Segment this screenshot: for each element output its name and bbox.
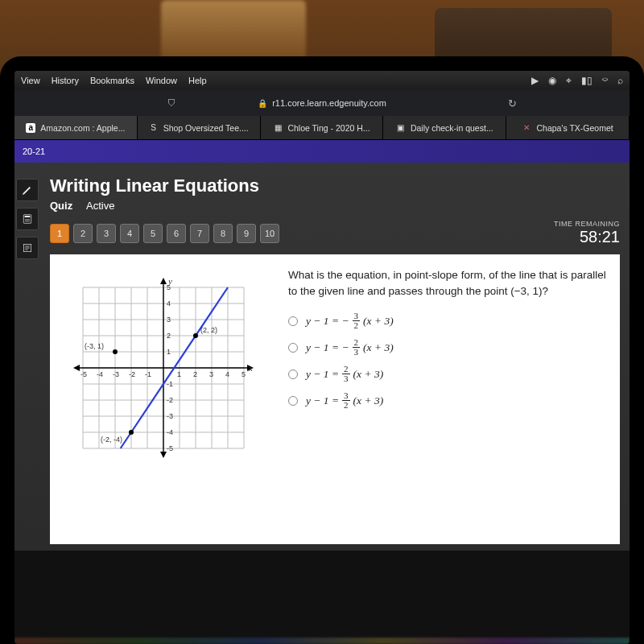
spotlight-search-icon[interactable]: ⌕ — [617, 75, 623, 86]
svg-text:-5: -5 — [80, 370, 87, 378]
svg-point-6 — [27, 221, 27, 221]
question-nav-2[interactable]: 2 — [73, 224, 93, 243]
radio-icon — [288, 396, 298, 406]
svg-text:(-2, -4): (-2, -4) — [101, 436, 122, 444]
svg-text:5: 5 — [242, 370, 246, 378]
option-math: y − 1 = −23(x + 3) — [306, 338, 394, 357]
svg-rect-1 — [25, 216, 31, 217]
question-nav-10[interactable]: 10 — [260, 224, 279, 243]
shop-favicon-icon: S — [149, 123, 159, 133]
amazon-favicon-icon: a — [26, 123, 35, 133]
svg-text:-4: -4 — [167, 428, 173, 436]
reference-tool-icon[interactable] — [16, 237, 39, 259]
svg-text:2: 2 — [167, 332, 171, 340]
svg-text:4: 4 — [167, 299, 171, 308]
lesson-status: Active — [86, 200, 114, 212]
question-nav-1[interactable]: 1 — [50, 224, 69, 243]
tab-daily[interactable]: ▣ Daily check-in quest... — [383, 116, 506, 139]
answer-option-3[interactable]: y − 1 = 23(x + 3) — [288, 365, 607, 383]
play-icon[interactable]: ▶ — [531, 75, 539, 86]
mac-menubar: View History Bookmarks Window Help ▶ ◉ ⌖… — [14, 71, 630, 90]
url-text: r11.core.learn.edgenuity.com — [272, 98, 386, 108]
svg-text:(-3, 1): (-3, 1) — [85, 342, 104, 350]
answer-option-2[interactable]: y − 1 = −23(x + 3) — [288, 338, 607, 357]
svg-text:-3: -3 — [167, 412, 173, 420]
svg-point-2 — [25, 219, 26, 220]
svg-text:1: 1 — [177, 370, 181, 378]
screen: View History Bookmarks Window Help ▶ ◉ ⌖… — [14, 71, 630, 644]
svg-text:2: 2 — [193, 370, 197, 378]
question-nav-5[interactable]: 5 — [143, 224, 163, 243]
record-icon[interactable]: ◉ — [548, 75, 556, 86]
svg-point-67 — [129, 430, 134, 435]
menu-history[interactable]: History — [52, 76, 79, 85]
tab-chloe[interactable]: ▦ Chloe Ting - 2020 H... — [261, 116, 384, 139]
lock-icon: 🔒 — [258, 99, 267, 108]
svg-point-65 — [193, 333, 198, 338]
tab-amazon[interactable]: a Amazon.com : Apple... — [14, 116, 138, 139]
svg-marker-37 — [73, 365, 80, 371]
menu-bookmarks[interactable]: Bookmarks — [90, 76, 134, 85]
option-math: y − 1 = 23(x + 3) — [306, 365, 383, 383]
close-tab-icon: ✕ — [522, 123, 531, 133]
forms-favicon-icon: ▣ — [396, 123, 406, 133]
question-nav-9[interactable]: 9 — [237, 224, 256, 243]
question-nav-row: 12345678910 TIME REMAINING 58:21 — [50, 220, 620, 246]
svg-text:-2: -2 — [167, 396, 173, 404]
svg-text:-4: -4 — [97, 370, 103, 378]
lesson-title: Writing Linear Equations — [50, 175, 620, 196]
calculator-tool-icon[interactable] — [16, 208, 39, 230]
answer-option-1[interactable]: y − 1 = −32(x + 3) — [288, 312, 607, 330]
reload-icon[interactable]: ↻ — [508, 97, 517, 109]
tab-label: Shop Oversized Tee.... — [163, 123, 249, 133]
svg-text:4: 4 — [225, 370, 229, 378]
svg-text:y: y — [167, 276, 172, 286]
svg-marker-39 — [160, 452, 167, 458]
svg-text:3: 3 — [167, 316, 171, 324]
course-bar: 20-21 — [14, 140, 630, 163]
svg-point-4 — [28, 219, 29, 220]
question-nav-7[interactable]: 7 — [190, 224, 209, 243]
timer-value: 58:21 — [554, 228, 620, 246]
svg-text:-1: -1 — [145, 370, 151, 378]
menu-view[interactable]: View — [21, 76, 40, 85]
svg-text:-1: -1 — [167, 380, 173, 388]
course-name: 20-21 — [23, 147, 45, 156]
side-toolbar — [16, 179, 43, 259]
svg-text:-2: -2 — [129, 370, 135, 378]
battery-icon[interactable]: ▮▯ — [581, 75, 592, 86]
radio-icon — [288, 316, 298, 326]
answer-option-4[interactable]: y − 1 = 32(x + 3) — [288, 391, 607, 410]
tab-label: Daily check-in quest... — [411, 123, 493, 133]
option-math: y − 1 = −32(x + 3) — [306, 312, 394, 330]
svg-text:(2, 2): (2, 2) — [200, 326, 217, 334]
bluetooth-icon[interactable]: ⌖ — [566, 75, 572, 86]
tab-label: Chloe Ting - 2020 H... — [287, 123, 369, 133]
shield-icon[interactable]: ⛉ — [167, 98, 176, 108]
svg-point-3 — [27, 219, 27, 220]
menu-window[interactable]: Window — [146, 76, 177, 85]
coordinate-graph: -5-4-3-2-112345-5-4-3-2-112345xy(-3, 1)(… — [63, 267, 264, 469]
svg-text:-5: -5 — [167, 444, 173, 452]
question-nav-8[interactable]: 8 — [213, 224, 233, 243]
question-nav-4[interactable]: 4 — [120, 224, 139, 243]
question-panel: -5-4-3-2-112345-5-4-3-2-112345xy(-3, 1)(… — [50, 254, 620, 544]
address-bar[interactable]: 🔒 r11.core.learn.edgenuity.com — [258, 98, 386, 108]
question-nav-3[interactable]: 3 — [97, 224, 116, 243]
svg-point-5 — [25, 221, 26, 221]
radio-icon — [288, 369, 298, 379]
tab-label: Chapa's TX-Geomet — [536, 123, 613, 133]
pencil-tool-icon[interactable] — [16, 179, 39, 201]
question-nav-6[interactable]: 6 — [167, 224, 186, 243]
dock-hint — [14, 638, 630, 644]
lesson-content: Writing Linear Equations Quiz Active 123… — [14, 163, 630, 551]
radio-icon — [288, 343, 298, 353]
tab-chapa[interactable]: ✕ Chapa's TX-Geomet — [506, 116, 630, 139]
graph-column: -5-4-3-2-112345-5-4-3-2-112345xy(-3, 1)(… — [63, 267, 272, 531]
tab-shop[interactable]: S Shop Oversized Tee.... — [138, 116, 261, 139]
menu-help[interactable]: Help — [188, 76, 207, 85]
youtube-favicon-icon: ▦ — [273, 123, 283, 133]
wifi-icon[interactable]: ⌔ — [602, 75, 608, 86]
svg-marker-38 — [160, 278, 167, 284]
svg-point-7 — [28, 221, 29, 221]
